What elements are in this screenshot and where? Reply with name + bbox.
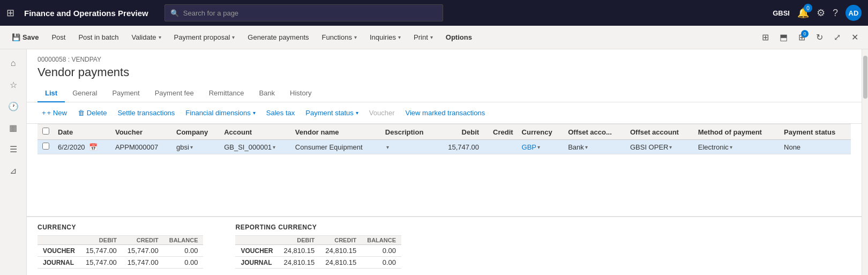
split-icon-btn[interactable]: ⬒ [776, 30, 791, 44]
sidebar-list-icon[interactable]: ☰ [4, 139, 23, 159]
refresh-icon-btn[interactable]: ↻ [813, 30, 826, 44]
close-icon-btn[interactable]: ✕ [848, 30, 862, 44]
row-description[interactable]: ▾ [381, 140, 437, 154]
functions-arrow: ▾ [354, 34, 357, 40]
open-icon-btn[interactable]: ⤢ [830, 30, 844, 44]
tab-general[interactable]: General [65, 85, 104, 102]
payment-status-button[interactable]: Payment status ▾ [301, 107, 363, 119]
col-debit: Debit [437, 124, 484, 140]
payment-proposal-button[interactable]: Payment proposal ▾ [169, 31, 241, 44]
generate-payments-button[interactable]: Generate payments [242, 31, 314, 44]
sales-tax-button[interactable]: Sales tax [262, 107, 299, 119]
delete-button[interactable]: 🗑 Delete [73, 107, 111, 119]
select-all-checkbox[interactable] [42, 128, 49, 135]
gear-icon[interactable]: ⚙ [817, 7, 825, 19]
inquiries-button[interactable]: Inquiries ▾ [364, 31, 406, 44]
new-button[interactable]: + + New [38, 107, 71, 119]
validate-button[interactable]: Validate ▾ [126, 31, 167, 44]
col-balance-label: BALANCE [164, 236, 204, 245]
offset-type-dropdown-arrow[interactable]: ▾ [585, 144, 588, 150]
financial-dimensions-arrow: ▾ [253, 110, 256, 116]
search-bar[interactable]: 🔍 [164, 4, 443, 21]
top-nav-right: GBSI 🔔 0 ⚙ ? AD [773, 5, 862, 21]
breadcrumb: 00000058 : VENDPAY [38, 56, 851, 63]
save-button[interactable]: 💾 Save [6, 31, 44, 44]
currency-summary: CURRENCY DEBIT CREDIT BALANCE VOUCHER [38, 224, 203, 269]
scroll-thumb[interactable] [863, 56, 867, 99]
financial-dimensions-button[interactable]: Financial dimensions ▾ [181, 107, 259, 119]
avatar[interactable]: AD [845, 5, 862, 21]
currency-dropdown-arrow[interactable]: ▾ [537, 144, 540, 150]
row-checkbox[interactable] [42, 143, 49, 150]
rep-col-debit-label: DEBIT [279, 236, 320, 245]
method-dropdown-arrow[interactable]: ▾ [730, 144, 732, 150]
row-offset-type[interactable]: Bank ▾ [564, 140, 626, 154]
post-button[interactable]: Post [46, 31, 71, 44]
right-scrollbar[interactable] [862, 49, 868, 275]
sidebar: ⌂ ☆ 🕐 ▦ ☰ ⊿ [0, 49, 27, 275]
reporting-table: DEBIT CREDIT BALANCE VOUCHER 24,810.15 2… [235, 235, 401, 269]
table-row[interactable]: 6/2/2020 📅 APPM000007 gbsi ▾ [38, 140, 851, 154]
grid-icon[interactable]: ⊞ [6, 7, 14, 19]
description-dropdown-arrow[interactable]: ▾ [386, 144, 389, 150]
row-currency[interactable]: GBP ▾ [518, 140, 564, 154]
company-label: GBSI [773, 9, 790, 17]
col-date: Date [54, 124, 111, 140]
row-company[interactable]: gbsi ▾ [172, 140, 220, 154]
rep-col-credit-label: CREDIT [320, 236, 362, 245]
offset-account-dropdown-arrow[interactable]: ▾ [669, 144, 672, 150]
inquiries-arrow: ▾ [398, 34, 401, 40]
rep-col-balance-label: BALANCE [362, 236, 401, 245]
print-arrow: ▾ [430, 34, 433, 40]
company-dropdown-arrow[interactable]: ▾ [190, 144, 193, 150]
col-method-of-payment: Method of payment [694, 124, 780, 140]
page-header: 00000058 : VENDPAY Vendor payments [27, 49, 862, 85]
row-account[interactable]: GB_SI_000001 ▾ [220, 140, 291, 154]
payment-status-arrow: ▾ [356, 110, 358, 116]
functions-button[interactable]: Functions ▾ [317, 31, 362, 44]
tab-bank[interactable]: Bank [251, 85, 282, 102]
sidebar-clock-icon[interactable]: 🕐 [4, 96, 23, 116]
payment-proposal-arrow: ▾ [232, 34, 235, 40]
reporting-summary: REPORTING CURRENCY DEBIT CREDIT BALANCE … [235, 224, 401, 269]
col-description: Description [381, 124, 437, 140]
options-button[interactable]: Options [440, 31, 477, 44]
rep-summary-row-voucher: VOUCHER 24,810.15 24,810.15 0.00 [235, 245, 401, 257]
sidebar-home-icon[interactable]: ⌂ [4, 54, 23, 73]
tabs: List General Payment Payment fee Remitta… [27, 85, 862, 102]
post-in-batch-button[interactable]: Post in batch [73, 31, 124, 44]
col-credit-label: CREDIT [122, 236, 164, 245]
filter-icon-btn[interactable]: ⊞ [759, 30, 772, 44]
row-check[interactable] [38, 140, 54, 154]
col-credit: Credit [483, 124, 517, 140]
settle-transactions-button[interactable]: Settle transactions [113, 107, 179, 119]
summary-row-journal: JOURNAL 15,747.00 15,747.00 0.00 [38, 257, 203, 269]
tab-remittance[interactable]: Remittance [201, 85, 252, 102]
tab-payment-fee[interactable]: Payment fee [147, 85, 201, 102]
tab-history[interactable]: History [282, 85, 319, 102]
notification-badge: 0 [804, 4, 812, 12]
row-method-of-payment[interactable]: Electronic ▾ [694, 140, 780, 154]
sidebar-calendar-icon[interactable]: ▦ [4, 118, 23, 137]
sidebar-filter-icon[interactable]: ⊿ [4, 161, 23, 180]
tab-payment[interactable]: Payment [104, 85, 147, 102]
sidebar-star-icon[interactable]: ☆ [4, 75, 23, 94]
row-vendor-name: Consumer Equipment [291, 140, 381, 154]
voucher-button: Voucher [365, 107, 399, 119]
notification-icon[interactable]: 🔔 0 [797, 7, 809, 19]
cmd-bar-right: ⊞ ⬒ ⊞ 0 ↻ ⤢ ✕ [759, 30, 862, 44]
calendar-icon[interactable]: 📅 [89, 143, 98, 151]
print-button[interactable]: Print ▾ [408, 31, 438, 44]
search-input[interactable] [183, 9, 437, 17]
help-icon[interactable]: ? [833, 8, 838, 19]
row-credit [483, 140, 517, 154]
view-marked-transactions-button[interactable]: View marked transactions [401, 107, 490, 119]
row-offset-account[interactable]: GBSI OPER ▾ [626, 140, 694, 154]
main-layout: ⌂ ☆ 🕐 ▦ ☰ ⊿ 00000058 : VENDPAY Vendor pa… [0, 49, 868, 275]
col-offset-account: Offset account [626, 124, 694, 140]
tab-list[interactable]: List [38, 85, 65, 102]
currency-title: CURRENCY [38, 224, 203, 231]
currency-table: DEBIT CREDIT BALANCE VOUCHER 15,747.00 1… [38, 235, 203, 269]
badge-icon-btn[interactable]: ⊞ 0 [795, 30, 809, 44]
account-dropdown-arrow[interactable]: ▾ [273, 144, 275, 150]
